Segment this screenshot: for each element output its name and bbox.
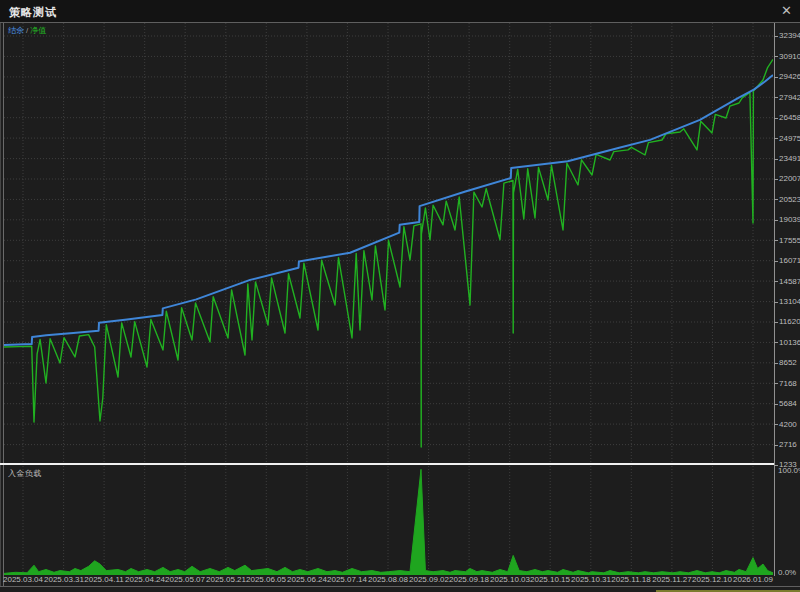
y-tick-mark <box>774 445 778 446</box>
x-tick-label: 2025.03.31 <box>44 575 84 584</box>
deposit-load-chart[interactable] <box>4 466 773 575</box>
y-axis-line <box>774 23 775 576</box>
x-tick-label: 2026.01.09 <box>733 575 773 584</box>
y-tick-mark <box>774 138 778 139</box>
y-tick-mark <box>774 56 778 57</box>
x-tick-label: 2025.05.21 <box>206 575 246 584</box>
deposit-load-label: 入金负载 <box>8 468 42 479</box>
y-tick-mark <box>774 159 778 160</box>
y-tick-mark <box>774 404 778 405</box>
y-tick-label: 32394 <box>779 31 800 40</box>
x-tick-label: 2025.05.07 <box>165 575 205 584</box>
titlebar: 策略测试 ✕ <box>0 0 800 22</box>
balance-equity-chart[interactable] <box>4 23 773 464</box>
y-tick-mark <box>774 465 778 466</box>
x-tick-label: 2025.11.18 <box>611 575 650 584</box>
panel-separator[interactable] <box>0 463 774 465</box>
y-tick-label: 16071 <box>779 256 800 265</box>
y-tick-mark <box>774 199 778 200</box>
y-tick-mark <box>774 302 778 303</box>
y-tick-mark <box>774 36 778 37</box>
y-tick-mark <box>774 240 778 241</box>
x-tick-label: 2025.04.24 <box>125 575 165 584</box>
y-tick-mark <box>774 179 778 180</box>
y-tick-mark <box>774 363 778 364</box>
y-tick-label: 13104 <box>779 297 800 306</box>
y-tick-mark <box>774 383 778 384</box>
y-tick-label: 8652 <box>779 358 797 367</box>
x-tick-label: 2025.12.10 <box>692 575 732 584</box>
y-tick-label: 23491 <box>779 154 800 163</box>
y-tick-label: 7168 <box>779 379 797 388</box>
strategy-tester-window: 策略测试 ✕ 结余/净值 入金负载 100.0% 0.0% 3239430910… <box>0 0 800 592</box>
y-tick-mark <box>774 322 778 323</box>
y-tick-label: 5684 <box>779 399 797 408</box>
x-tick-label: 2025.10.15 <box>530 575 570 584</box>
y-tick-label: 14587 <box>779 277 800 286</box>
y-tick-label: 10136 <box>779 338 800 347</box>
x-tick-label: 2025.09.18 <box>449 575 489 584</box>
y-tick-mark <box>774 424 778 425</box>
x-tick-label: 2025.09.02 <box>409 575 449 584</box>
y-tick-label: 27942 <box>779 93 800 102</box>
y-tick-label: 26458 <box>779 113 800 122</box>
x-tick-label: 2025.04.11 <box>84 575 123 584</box>
legend-equity-label: 净值 <box>30 26 46 35</box>
x-tick-label: 2025.08.08 <box>368 575 408 584</box>
close-icon[interactable]: ✕ <box>781 3 792 19</box>
chart-legend: 结余/净值 <box>8 26 46 35</box>
x-tick-label: 2025.06.24 <box>287 575 327 584</box>
y-tick-label: 17555 <box>779 236 800 245</box>
legend-balance-label: 结余 <box>8 26 24 35</box>
x-tick-label: 2025.10.03 <box>490 575 530 584</box>
y-tick-label: 30910 <box>779 52 800 61</box>
y-tick-mark <box>774 220 778 221</box>
y-tick-label: 29426 <box>779 72 800 81</box>
x-tick-label: 2025.11.27 <box>652 575 691 584</box>
y-tick-label: 4200 <box>779 420 797 429</box>
y-tick-label: 22007 <box>779 174 800 183</box>
y-tick-label: 11620 <box>779 317 800 326</box>
y-tick-label: 24975 <box>779 134 800 143</box>
y-tick-label: 2716 <box>779 440 797 449</box>
y-tick-mark <box>774 281 778 282</box>
y-tick-mark <box>774 342 778 343</box>
y-tick-mark <box>774 261 778 262</box>
x-tick-label: 2025.06.05 <box>246 575 286 584</box>
x-tick-label: 2025.07.14 <box>327 575 367 584</box>
y-tick-mark <box>774 97 778 98</box>
x-tick-label: 2025.03.04 <box>3 575 43 584</box>
window-title: 策略测试 <box>9 5 57 20</box>
x-tick-label: 2025.10.31 <box>571 575 611 584</box>
y-tick-label: 20523 <box>779 195 800 204</box>
y-tick-mark <box>774 77 778 78</box>
lower-min-label: 0.0% <box>778 568 796 577</box>
bottom-border <box>0 586 800 587</box>
y-tick-label: 1233 <box>779 460 797 469</box>
y-tick-label: 19039 <box>779 215 800 224</box>
y-tick-mark <box>774 118 778 119</box>
panel-left-edge <box>0 23 1 586</box>
